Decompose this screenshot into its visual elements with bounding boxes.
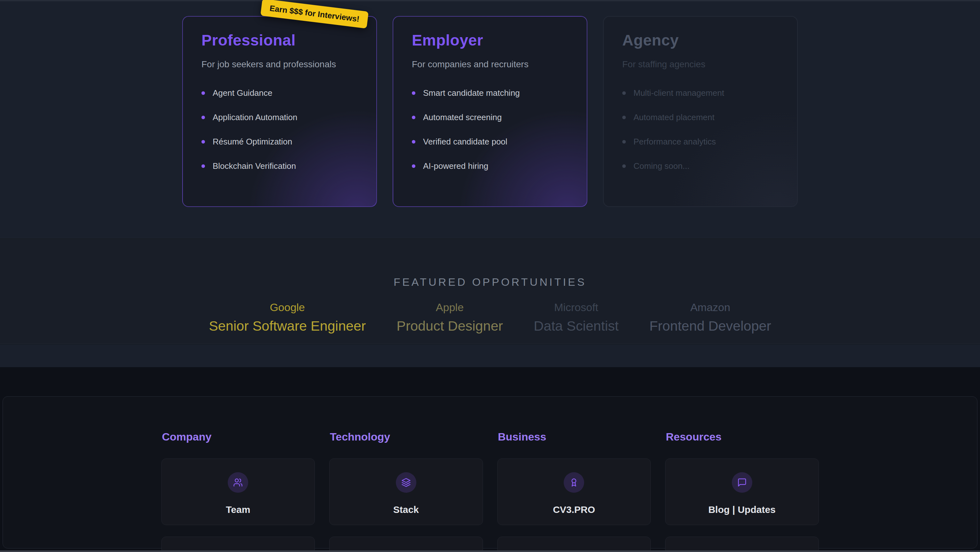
plan-feature-label: Résumé Optimization (213, 137, 293, 147)
footer-column-business: Business CV3.PRO (497, 431, 651, 552)
footer-column-heading: Technology (330, 431, 483, 443)
plan-subtitle: For job seekers and professionals (202, 59, 358, 70)
plan-feature-label: Application Automation (213, 112, 298, 122)
bullet-dot-icon (622, 116, 626, 119)
plan-features: Smart candidate matching Automated scree… (412, 88, 568, 171)
footer-column-heading: Business (498, 431, 651, 443)
plan-feature-label: Blockchain Verification (213, 161, 296, 171)
plan-feature-label: Agent Guidance (213, 88, 272, 98)
plan-feature: Performance analytics (622, 137, 778, 147)
plan-card-agency: Agency For staffing agencies Multi-clien… (603, 16, 798, 207)
job-company: Amazon (649, 301, 771, 314)
plan-card-employer[interactable]: Employer For companies and recruiters Sm… (393, 16, 587, 207)
plan-feature: Automated screening (412, 112, 568, 122)
footer-column-heading: Resources (666, 431, 819, 443)
bullet-dot-icon (202, 140, 205, 144)
footer-container: Company Team Technology (3, 396, 977, 549)
layers-icon (396, 472, 416, 493)
footer-card-cutoff[interactable] (497, 537, 651, 552)
footer-column-technology: Technology Stack (329, 431, 483, 552)
featured-opportunities-section: FEATURED OPPORTUNITIES Google Senior Sof… (0, 239, 980, 344)
plan-features: Agent Guidance Application Automation Ré… (202, 88, 358, 171)
featured-job-apple[interactable]: Apple Product Designer (396, 301, 503, 334)
plan-subtitle: For companies and recruiters (412, 59, 568, 70)
horizontal-scrollbar[interactable] (0, 550, 980, 552)
footer-card-cutoff[interactable] (161, 537, 315, 552)
plan-feature: Automated placement (622, 112, 778, 122)
job-role: Senior Software Engineer (209, 318, 366, 334)
plan-feature: Résumé Optimization (202, 137, 358, 147)
footer-card-label: Stack (393, 504, 419, 515)
footer-column-company: Company Team (161, 431, 315, 552)
plan-feature-label: Performance analytics (633, 137, 716, 147)
footer-card-team[interactable]: Team (161, 458, 315, 525)
footer-grid: Company Team Technology (161, 397, 819, 552)
plan-feature: Agent Guidance (202, 88, 358, 98)
plan-feature: Coming soon... (622, 161, 778, 171)
bullet-dot-icon (412, 140, 415, 144)
bullet-dot-icon (202, 116, 205, 119)
plan-feature-label: Automated screening (423, 112, 502, 122)
chat-icon (732, 472, 752, 493)
bullet-dot-icon (202, 164, 205, 168)
bullet-dot-icon (412, 164, 415, 168)
plan-feature-label: Automated placement (633, 112, 714, 122)
footer-card-label: Team (226, 504, 250, 515)
award-icon (564, 472, 584, 493)
job-role: Data Scientist (533, 318, 619, 334)
plan-title: Employer (412, 31, 568, 49)
plan-feature: Application Automation (202, 112, 358, 122)
featured-job-amazon[interactable]: Amazon Frontend Developer (649, 301, 771, 334)
featured-jobs-row: Google Senior Software Engineer Apple Pr… (0, 301, 980, 334)
footer-column-heading: Company (162, 431, 315, 443)
plan-feature-label: Coming soon... (633, 161, 689, 171)
plan-feature: Multi-client management (622, 88, 778, 98)
plan-features: Multi-client management Automated placem… (622, 88, 778, 171)
plan-title: Professional (202, 31, 358, 49)
page: Earn $$$ for Interviews! Professional Fo… (0, 0, 980, 552)
plan-cards-row: Earn $$$ for Interviews! Professional Fo… (0, 1, 980, 207)
footer-card-cv3pro[interactable]: CV3.PRO (497, 458, 651, 525)
job-role: Frontend Developer (649, 318, 771, 334)
plan-title: Agency (622, 31, 778, 49)
plan-feature: Verified candidate pool (412, 137, 568, 147)
footer-column-resources: Resources Blog | Updates (665, 431, 819, 552)
plan-card-professional[interactable]: Earn $$$ for Interviews! Professional Fo… (182, 16, 377, 207)
users-icon (228, 472, 248, 493)
footer-card-cutoff[interactable] (329, 537, 483, 552)
footer-card-stack[interactable]: Stack (329, 458, 483, 525)
footer-card-blog[interactable]: Blog | Updates (665, 458, 819, 525)
bullet-dot-icon (202, 91, 205, 95)
bullet-dot-icon (622, 140, 626, 144)
job-company: Google (209, 301, 366, 314)
section-spacer (0, 345, 980, 367)
plan-feature-label: Multi-client management (633, 88, 724, 98)
plan-feature-label: Verified candidate pool (423, 137, 507, 147)
pricing-section: Earn $$$ for Interviews! Professional Fo… (0, 1, 980, 238)
plan-subtitle: For staffing agencies (622, 59, 778, 70)
job-company: Apple (396, 301, 503, 314)
featured-job-google[interactable]: Google Senior Software Engineer (209, 301, 366, 334)
featured-title: FEATURED OPPORTUNITIES (0, 239, 980, 288)
bullet-dot-icon (622, 91, 626, 95)
plan-feature: Blockchain Verification (202, 161, 358, 171)
job-role: Product Designer (396, 318, 503, 334)
plan-feature-label: Smart candidate matching (423, 88, 520, 98)
footer-card-label: Blog | Updates (708, 504, 776, 515)
plan-feature: Smart candidate matching (412, 88, 568, 98)
bullet-dot-icon (622, 164, 626, 168)
plan-feature-label: AI-powered hiring (423, 161, 488, 171)
promo-badge: Earn $$$ for Interviews! (260, 0, 369, 29)
bullet-dot-icon (412, 91, 415, 95)
footer-card-label: CV3.PRO (553, 504, 595, 515)
plan-feature: AI-powered hiring (412, 161, 568, 171)
bullet-dot-icon (412, 116, 415, 119)
job-company: Microsoft (533, 301, 619, 314)
featured-job-microsoft[interactable]: Microsoft Data Scientist (533, 301, 619, 334)
footer-card-cutoff[interactable] (665, 537, 819, 552)
footer-section: Company Team Technology (0, 367, 980, 552)
